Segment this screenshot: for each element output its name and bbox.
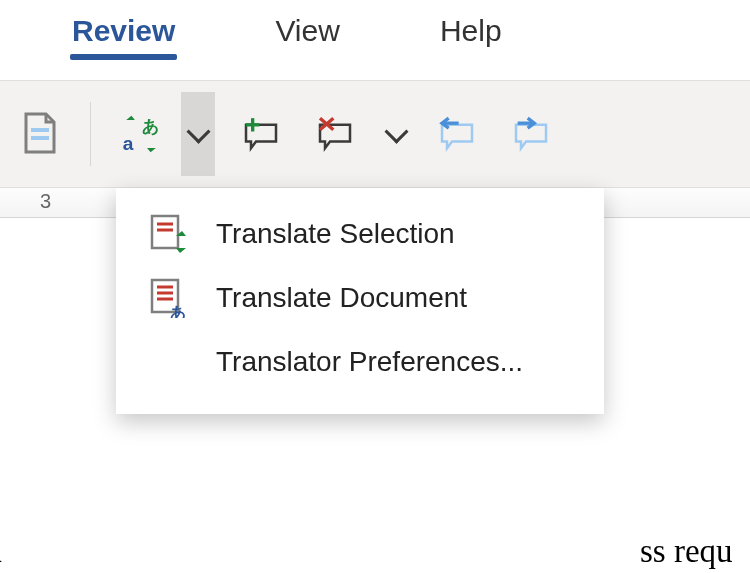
new-comment-button[interactable] xyxy=(233,106,289,162)
svg-text:あ: あ xyxy=(170,304,186,318)
previous-comment-button[interactable] xyxy=(429,106,485,162)
menu-item-translator-preferences[interactable]: Translator Preferences... xyxy=(116,330,604,394)
translate-icon: あ a xyxy=(121,114,161,154)
svg-rect-0 xyxy=(31,128,49,132)
editor-button[interactable] xyxy=(12,106,68,162)
ruler-mark: 3 xyxy=(40,190,51,213)
svg-text:あ: あ xyxy=(142,116,159,136)
translate-button[interactable]: あ a xyxy=(113,106,169,162)
doc-text: ormat d xyxy=(0,518,2,573)
comment-next-icon xyxy=(511,114,551,154)
chevron-down-icon xyxy=(388,126,405,143)
comment-prev-icon xyxy=(437,114,477,154)
comment-delete-icon xyxy=(315,114,355,154)
ribbon: あ a xyxy=(0,80,750,188)
svg-text:a: a xyxy=(123,133,134,154)
menu-item-translate-selection[interactable]: Translate Selection xyxy=(116,202,604,266)
menu-item-label: Translate Selection xyxy=(216,218,455,250)
next-comment-button[interactable] xyxy=(503,106,559,162)
delete-comment-button[interactable] xyxy=(307,106,363,162)
svg-rect-1 xyxy=(31,136,49,140)
ribbon-separator xyxy=(90,102,91,166)
svg-rect-10 xyxy=(152,216,178,248)
translate-document-icon: あ xyxy=(144,278,192,318)
menu-item-label: Translator Preferences... xyxy=(216,346,523,378)
menu-item-label: Translate Document xyxy=(216,282,467,314)
delete-comment-dropdown[interactable] xyxy=(381,106,411,162)
comment-plus-icon xyxy=(241,114,281,154)
tab-view[interactable]: View xyxy=(275,14,339,48)
doc-text: ss requ xyxy=(640,518,733,573)
document-check-icon xyxy=(20,114,60,154)
tab-help[interactable]: Help xyxy=(440,14,502,48)
tab-review[interactable]: Review xyxy=(72,14,175,48)
menu-item-translate-document[interactable]: あ Translate Document xyxy=(116,266,604,330)
translate-menu: Translate Selection あ Translate Document… xyxy=(116,188,604,414)
chevron-down-icon xyxy=(190,126,207,143)
translate-dropdown-toggle[interactable] xyxy=(181,92,215,176)
translate-selection-icon xyxy=(144,214,192,254)
